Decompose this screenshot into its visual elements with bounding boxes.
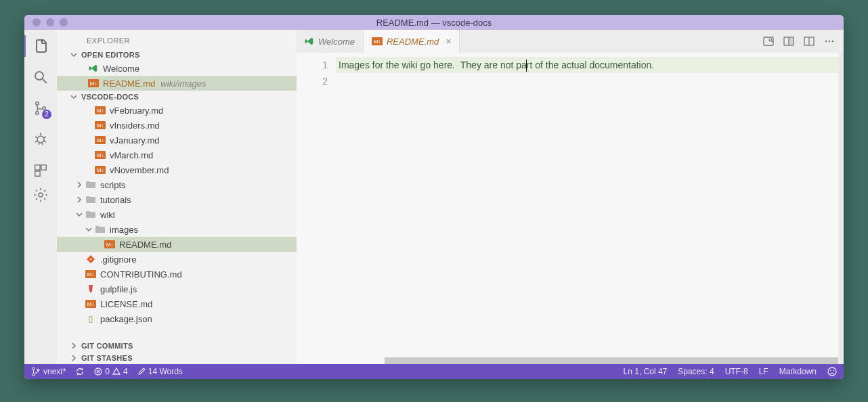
markdown-file-icon: M↓: [372, 37, 383, 45]
whitespace-dots: ··: [455, 60, 460, 70]
code-content[interactable]: Images for the wiki go here.··They are n…: [336, 53, 838, 364]
file-label: LICENSE.md: [100, 299, 152, 309]
file-item[interactable]: M↓vJanuary.md: [57, 133, 297, 148]
chevron-right-icon: [70, 342, 79, 349]
svg-line-9: [35, 141, 38, 142]
svg-point-31: [90, 259, 91, 260]
debug-icon[interactable]: [31, 130, 50, 149]
warning-icon: [112, 367, 121, 376]
chevron-icon: [76, 196, 84, 203]
folder-icon: [95, 224, 106, 235]
folder-item-wiki[interactable]: wiki: [57, 207, 297, 222]
svg-rect-15: [35, 171, 40, 176]
status-cursor-position[interactable]: Ln 1, Col 47: [624, 367, 668, 376]
file-label: vJanuary.md: [110, 135, 159, 146]
workbench: 2 EXPLORER OPEN EDITORS: [24, 30, 844, 364]
open-editors-header[interactable]: OPEN EDITORS: [57, 49, 297, 61]
open-editors-label: OPEN EDITORS: [81, 51, 140, 59]
search-icon[interactable]: [31, 68, 50, 87]
svg-point-5: [37, 136, 44, 143]
status-branch[interactable]: vnext*: [31, 367, 66, 376]
status-word-count[interactable]: 14 Words: [137, 367, 183, 376]
workspace-header[interactable]: VSCODE-DOCS: [57, 91, 297, 103]
file-item[interactable]: M↓vInsiders.md: [57, 118, 297, 133]
code-line[interactable]: Images for the wiki go here.··They are n…: [336, 57, 838, 73]
git-stashes-header[interactable]: GIT STASHES: [57, 352, 297, 364]
folder-item-images[interactable]: images: [57, 222, 297, 237]
minimap[interactable]: [838, 53, 844, 364]
svg-point-0: [35, 72, 43, 80]
file-item[interactable]: {}package.json: [57, 311, 297, 326]
folder-label: tutorials: [100, 195, 131, 205]
gulp-file-icon: [85, 284, 96, 294]
svg-point-58: [833, 370, 834, 372]
open-editor-path: wiki/images: [160, 79, 206, 89]
git-commits-header[interactable]: GIT COMMITS: [57, 340, 297, 352]
file-item[interactable]: M↓LICENSE.md: [57, 296, 297, 311]
file-label: vMarch.md: [110, 150, 153, 160]
status-problems[interactable]: 0 4: [94, 367, 127, 376]
settings-gear-icon[interactable]: [31, 185, 50, 204]
folder-item[interactable]: tutorials: [57, 192, 297, 207]
source-control-icon[interactable]: 2: [31, 99, 50, 118]
json-file-icon: {}: [85, 313, 96, 324]
open-editor-item[interactable]: Welcome: [57, 61, 297, 76]
svg-line-1: [43, 79, 47, 83]
status-eol[interactable]: LF: [759, 367, 768, 376]
folder-icon: [85, 209, 96, 220]
minimize-window-button[interactable]: [46, 18, 54, 26]
chevron-down-icon: [70, 51, 79, 58]
scm-badge: 2: [42, 110, 51, 119]
window-controls: [24, 18, 68, 26]
svg-point-50: [32, 367, 35, 370]
svg-point-56: [828, 367, 836, 376]
close-tab-icon[interactable]: ×: [446, 36, 451, 47]
svg-line-8: [43, 137, 46, 138]
status-encoding[interactable]: UTF-8: [725, 367, 748, 376]
tab-bar: Welcome M↓ README.md ×: [297, 30, 844, 53]
file-label: vNovember.md: [110, 165, 169, 175]
horizontal-scrollbar[interactable]: [375, 357, 833, 364]
file-item[interactable]: M↓CONTRIBUTING.md: [57, 267, 297, 282]
svg-text:M↓: M↓: [97, 122, 104, 129]
status-indentation[interactable]: Spaces: 4: [678, 367, 714, 376]
svg-point-3: [36, 112, 39, 114]
tab-label: README.md: [387, 37, 439, 47]
git-stashes-label: GIT STASHES: [81, 354, 133, 362]
zoom-window-button[interactable]: [60, 18, 68, 26]
close-window-button[interactable]: [32, 18, 41, 26]
file-label: CONTRIBUTING.md: [100, 269, 182, 280]
md-file-icon: M↓: [95, 105, 106, 116]
md-file-icon: M↓: [95, 120, 106, 131]
file-item[interactable]: .gitignore: [57, 252, 297, 267]
line-gutter: 1 2: [297, 53, 336, 364]
file-item[interactable]: M↓vFebruary.md: [57, 103, 297, 118]
status-language[interactable]: Markdown: [779, 367, 817, 376]
file-item[interactable]: M↓vNovember.md: [57, 162, 297, 177]
scrollbar-thumb[interactable]: [385, 357, 838, 364]
file-item[interactable]: gulpfile.js: [57, 282, 297, 296]
status-sync[interactable]: [75, 367, 85, 376]
extensions-icon[interactable]: [31, 161, 50, 180]
file-item-readme[interactable]: M↓ README.md: [57, 237, 297, 252]
explorer-icon[interactable]: [31, 37, 50, 55]
split-preview-icon[interactable]: [783, 35, 795, 47]
tab-welcome[interactable]: Welcome: [297, 30, 364, 53]
split-editor-icon[interactable]: [803, 35, 815, 47]
tab-readme[interactable]: M↓ README.md ×: [364, 30, 460, 53]
open-preview-icon[interactable]: [762, 35, 775, 47]
svg-line-12: [42, 143, 43, 145]
file-item[interactable]: M↓vMarch.md: [57, 148, 297, 162]
app-window: README.md — vscode-docs 2: [24, 15, 844, 379]
file-tree: M↓vFebruary.mdM↓vInsiders.mdM↓vJanuary.m…: [57, 103, 297, 340]
file-label: .gitignore: [100, 254, 136, 265]
code-editor[interactable]: 1 2 Images for the wiki go here.··They a…: [297, 53, 844, 364]
status-feedback-icon[interactable]: [827, 367, 837, 376]
open-editor-item[interactable]: M↓ README.md wiki/images: [57, 76, 297, 91]
more-actions-icon[interactable]: [823, 35, 836, 47]
markdown-file-icon: M↓: [88, 78, 99, 89]
svg-point-16: [39, 193, 43, 197]
folder-item[interactable]: scripts: [57, 177, 297, 192]
chevron-down-icon: [70, 93, 79, 100]
titlebar[interactable]: README.md — vscode-docs: [24, 15, 844, 30]
